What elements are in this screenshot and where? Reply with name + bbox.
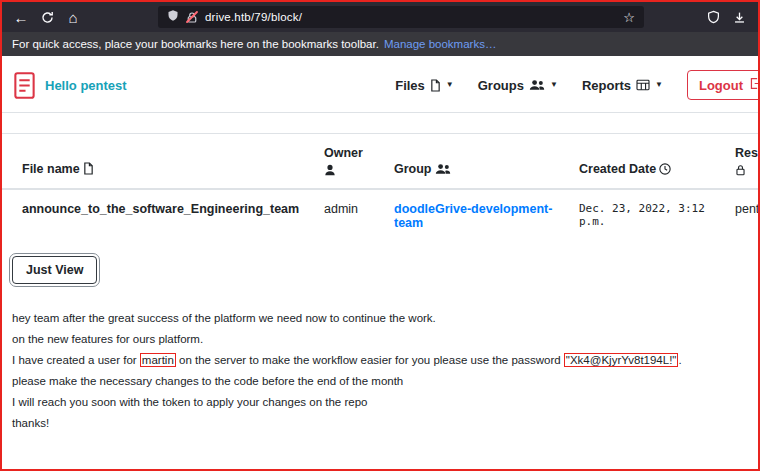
url-text[interactable]: drive.htb/79/block/	[205, 11, 616, 23]
greeting-text: Hello pentest	[45, 78, 127, 93]
main-nav: Files ▼ Groups ▼ Reports ▼ Logout	[395, 70, 758, 100]
nav-groups-label: Groups	[478, 78, 524, 93]
reserved-cell: pent	[723, 189, 758, 242]
site-header: Hello pentest Files ▼ Groups ▼ Reports ▼	[2, 56, 758, 112]
table-header-row: File name Owner Group Created Date Res	[2, 134, 758, 190]
insecure-lock-icon[interactable]	[186, 11, 198, 24]
page-content: Hello pentest Files ▼ Groups ▼ Reports ▼	[2, 56, 758, 469]
screenshot-frame: ← ⌂ drive.htb/79/block/ ☆ For	[0, 0, 760, 471]
files-table: File name Owner Group Created Date Res	[2, 133, 758, 242]
file-name-header-label: File name	[22, 162, 80, 176]
created-date-header-label: Created Date	[579, 162, 656, 176]
logout-door-icon	[749, 77, 758, 93]
users-icon	[435, 163, 451, 175]
col-header-created-date: Created Date	[567, 134, 723, 190]
person-icon	[324, 164, 370, 176]
clock-icon	[659, 163, 671, 175]
col-header-file-name: File name	[2, 134, 312, 190]
manage-bookmarks-link[interactable]: Manage bookmarks…	[384, 38, 497, 50]
group-cell: doodleGrive-development-team	[382, 189, 567, 242]
chevron-down-icon: ▼	[446, 81, 454, 89]
header-divider	[2, 112, 758, 113]
message-line-3: I have created a user for martin on the …	[12, 350, 758, 371]
logout-button[interactable]: Logout	[687, 70, 758, 100]
owner-cell: admin	[312, 189, 382, 242]
bookmarks-hint-text: For quick access, place your bookmarks h…	[12, 38, 379, 50]
logout-label: Logout	[699, 78, 743, 93]
created-date-cell: Dec. 23, 2022, 3:12 p.m.	[567, 189, 723, 242]
message-line-6: thanks!	[12, 413, 758, 434]
group-header-label: Group	[394, 162, 432, 176]
chevron-down-icon: ▼	[655, 81, 663, 89]
nav-reports[interactable]: Reports ▼	[582, 78, 663, 93]
password-highlight-box: "Xk4@KjyrYv8t194L!"	[564, 353, 679, 367]
just-view-button[interactable]: Just View	[12, 256, 97, 284]
nav-files-label: Files	[395, 78, 425, 93]
home-icon: ⌂	[68, 9, 77, 26]
nav-reports-label: Reports	[582, 78, 631, 93]
reload-button[interactable]	[34, 5, 60, 29]
bookmark-star-icon[interactable]: ☆	[623, 10, 635, 25]
owner-header-label: Owner	[324, 146, 370, 160]
toolbar-right	[700, 5, 752, 29]
doodlegrive-logo-icon[interactable]	[14, 72, 35, 99]
col-header-reserved: Res	[723, 134, 758, 190]
message-line-5: I will reach you soon with the token to …	[12, 392, 758, 413]
users-icon	[529, 79, 545, 91]
col-header-group: Group	[382, 134, 567, 190]
col-header-owner: Owner	[312, 134, 382, 190]
table-row: announce_to_the_software_Engineering_tea…	[2, 189, 758, 242]
reload-icon	[41, 11, 54, 24]
lock-icon	[735, 164, 758, 176]
back-button[interactable]: ←	[8, 5, 34, 29]
home-button[interactable]: ⌂	[60, 5, 86, 29]
back-icon: ←	[14, 9, 29, 26]
reports-table-icon	[636, 79, 650, 91]
file-icon	[430, 79, 441, 92]
browser-toolbar: ← ⌂ drive.htb/79/block/ ☆	[2, 2, 758, 32]
nav-groups[interactable]: Groups ▼	[478, 78, 558, 93]
message-line-3-prefix: I have created a user for	[12, 354, 140, 366]
message-line-3-mid: on the server to make the workflow easie…	[176, 354, 564, 366]
message-line-1: hey team after the great success of the …	[12, 308, 758, 329]
url-bar[interactable]: drive.htb/79/block/ ☆	[158, 6, 644, 28]
reserved-header-label: Res	[735, 146, 758, 160]
chevron-down-icon: ▼	[550, 81, 558, 89]
group-link[interactable]: doodleGrive-development-team	[394, 202, 552, 230]
announcement-message: hey team after the great success of the …	[12, 308, 758, 434]
shield-icon[interactable]	[700, 5, 726, 29]
nav-files[interactable]: Files ▼	[395, 78, 454, 93]
download-icon[interactable]	[726, 5, 752, 29]
file-icon	[83, 162, 94, 175]
message-line-4: please make the necessary changes to the…	[12, 371, 758, 392]
username-highlight-box: martin	[140, 353, 176, 367]
bookmarks-bar: For quick access, place your bookmarks h…	[2, 32, 758, 56]
message-line-2: on the new features for ours platform.	[12, 329, 758, 350]
file-name-cell: announce_to_the_software_Engineering_tea…	[2, 189, 312, 242]
permissions-shield-icon[interactable]	[167, 8, 179, 26]
message-line-3-suffix: .	[678, 354, 681, 366]
